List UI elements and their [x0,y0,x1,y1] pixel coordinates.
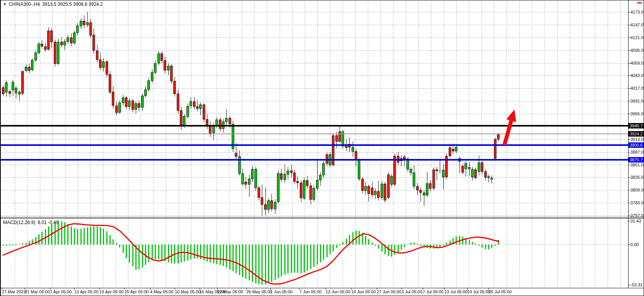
date-tick-label: 19 Jul 05:00 [467,289,490,294]
support-line-lower[interactable] [1,159,628,161]
price-tick-label: 4147.0 [630,22,644,27]
price-tick-label: 4095.0 [630,48,644,53]
date-tick-label: 7 Apr 05:00 [50,289,72,294]
price-tick-label: 3861.0 [630,163,644,167]
price-tick-label: 4121.0 [630,35,644,40]
date-tick-label: 7 Jul 05:00 [423,289,444,294]
macd-indicator-label: MACD(12,26,9) 6.01 -0.49 [3,220,58,225]
date-tick-label: 13 Jul 05:00 [444,289,468,294]
macd-label-values: 6.01 -0.49 [38,220,58,225]
date-tick-label: 19 Jun 05:00 [351,289,376,294]
date-tick-label: 13 Apr 05:00 [74,289,98,294]
macd-scale-label: 31.43 [630,219,641,223]
symbol-quote-bar: ▼ CHINA300-,H4 3913.5 3925.5 3908.6 3924… [3,2,103,7]
price-badge: 3900.6 [629,142,644,148]
price-tick-label: 4043.0 [630,73,644,78]
date-tick-label: 13 Jun 05:00 [326,289,350,294]
date-tick-label: 27 Mar 2023 [2,289,26,294]
red-dash-mark [637,2,642,3]
price-badge: 3940.7 [629,123,644,128]
quote-ohlc-values: 3913.5 3925.5 3908.6 3924.2 [42,2,103,7]
date-tick-label: 7 Jun 05:00 [299,289,322,294]
symbol-timeframe-label: CHINA300-,H4 [9,2,40,7]
price-tick-label: 4017.0 [630,86,644,91]
price-tick-label: 4173.0 [630,10,644,14]
price-badge: 3924.2 [629,131,644,137]
macd-label-name: MACD(12,26,9) [3,220,35,225]
resistance-line[interactable] [1,125,628,127]
chart-window: ▼ CHINA300-,H4 3913.5 3925.5 3908.6 3924… [0,0,644,296]
date-tick-label: 4 May 05:00 [150,289,174,294]
date-tick-label: 27 Jun 05:00 [377,289,401,294]
price-tick-label: 3835.0 [630,175,644,180]
macd-scale-label: 0.00 [630,242,639,247]
date-tick-label: 19 Apr 05:00 [99,289,123,294]
date-tick-label: 1 Jun 05:00 [270,289,293,294]
price-tick-label: 3887.0 [630,150,644,154]
price-tick-label: 3913.0 [630,137,644,142]
date-tick-label: 25 Jul 05:00 [489,289,512,294]
price-chart-canvas[interactable] [1,0,644,296]
macd-scale-label: -53.31 [630,282,642,287]
date-tick-label: 25 Apr 05:00 [125,289,149,294]
price-tick-label: 3965.0 [630,111,644,116]
price-tick-label: 3991.0 [630,99,644,103]
price-tick-label: 3783.0 [630,200,644,205]
date-tick-label: 31 Mar 05:00 [25,289,50,294]
price-tick-label: 4069.0 [630,61,644,65]
price-tick-label: 3809.0 [630,188,644,192]
current-price-line[interactable] [1,133,628,134]
date-tick-label: 10 May 05:00 [175,289,201,294]
symbol-dropdown-icon[interactable]: ▼ [3,2,7,7]
date-tick-label: 26 May 05:00 [246,289,272,294]
date-tick-label: 3 Jul 05:00 [401,289,422,294]
price-tick-label: 3757.0 [630,213,644,218]
date-tick-label: 22 May 05:00 [217,289,243,294]
price-badge: 3870.7 [629,157,644,163]
support-line-upper[interactable] [1,144,628,146]
